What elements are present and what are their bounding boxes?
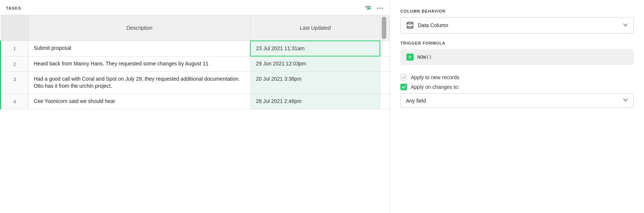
table-row: 4Cee Yoonicorn said we should hear28 Jul… [1,94,390,109]
apply-options-section: Apply to new records Apply on changes to… [400,72,634,108]
row-number-cell: 4 [1,94,29,109]
apply-on-changes-checkbox[interactable] [400,84,407,90]
last-updated-cell[interactable]: 23 Jul 2021 11:31am [250,41,380,57]
table-row: 1Submit proposal23 Jul 2021 11:31am [1,41,390,57]
last-updated-cell[interactable]: 28 Jul 2021 2:46pm [250,94,380,109]
description-cell: Cee Yoonicorn said we should hear [28,94,250,109]
svg-point-5 [380,8,381,9]
apply-on-changes-label: Apply on changes to: [411,84,459,90]
last-updated-cell[interactable]: 20 Jul 2021 3:38pm [250,71,380,94]
column-type-chevron-icon [623,22,628,29]
apply-new-records-row: Apply to new records [400,72,634,82]
tasks-title: TASKS [6,6,21,10]
apply-new-records-checkbox[interactable] [400,74,407,81]
any-field-dropdown[interactable]: Any field [400,93,634,108]
column-behavior-label: COLUMN BEHAVIOR [400,9,634,13]
formula-box: = NOW() [400,49,634,65]
column-type-label: Data Column [418,22,448,28]
description-cell: Had a good call with Coral and Spot on J… [28,71,250,94]
last-updated-cell[interactable]: 29 Jun 2021 12:03pm [250,56,380,71]
trigger-formula-section: TRIGGER FORMULA = NOW() [400,41,634,65]
column-behavior-section: COLUMN BEHAVIOR Data Column [400,9,634,33]
equals-icon: = [406,54,414,61]
col-header-description: Description [28,15,250,41]
column-type-left: Data Column [406,21,448,29]
tasks-panel: TASKS [0,0,390,213]
col-header-last-updated: Last Updated [250,15,380,41]
tasks-actions [364,4,384,12]
cylinder-icon [406,21,414,29]
svg-point-6 [382,8,383,9]
apply-new-records-label: Apply to new records [411,74,459,80]
description-cell: Heard back from Manny Hans. They request… [28,56,250,71]
trigger-formula-label: TRIGGER FORMULA [400,41,634,45]
table-wrapper: Description Last Updated 1Submit proposa… [0,15,390,213]
any-field-chevron-icon [623,97,628,104]
tasks-table: Description Last Updated 1Submit proposa… [0,15,390,109]
table-row: 3Had a good call with Coral and Spot on … [1,71,390,94]
more-options-icon[interactable] [376,4,384,12]
col-header-row-num [1,15,29,41]
description-cell: Submit proposal [28,41,250,57]
right-panel: COLUMN BEHAVIOR Data Column TRIGGER [390,0,644,213]
any-field-label: Any field [406,98,426,104]
apply-on-changes-row: Apply on changes to: [400,82,634,92]
row-number-cell: 3 [1,71,29,94]
filter-icon[interactable] [364,4,372,12]
row-number-cell: 2 [1,56,29,71]
scroll-column [380,15,390,41]
svg-point-4 [377,8,378,9]
row-number-cell: 1 [1,41,29,57]
table-row: 2Heard back from Manny Hans. They reques… [1,56,390,71]
column-type-dropdown[interactable]: Data Column [400,17,634,33]
formula-text: NOW() [417,54,432,60]
tasks-header: TASKS [0,0,390,15]
